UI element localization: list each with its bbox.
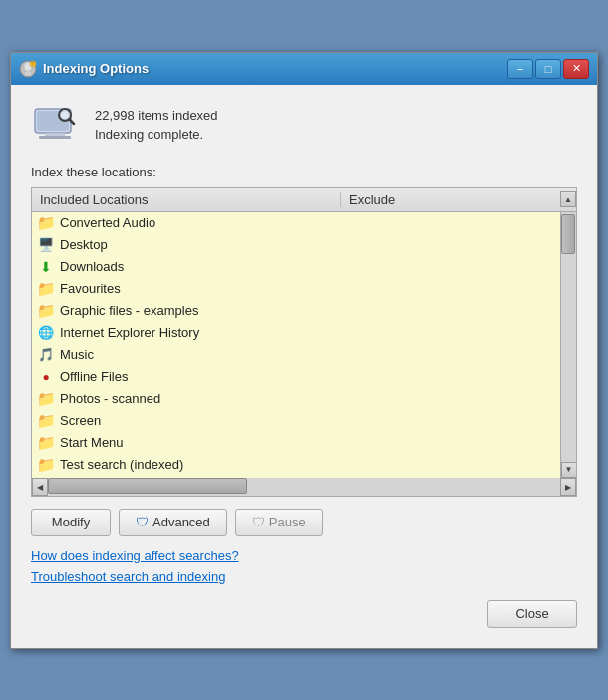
horizontal-scrollbar[interactable]: ◀ ▶: [32, 478, 576, 496]
window-icon: ?: [19, 60, 37, 78]
item-icon: 📁: [36, 389, 56, 409]
item-icon: 🎵: [36, 345, 56, 365]
list-item[interactable]: ● Offline Files: [32, 366, 560, 388]
item-name: Start Menu: [60, 435, 337, 450]
item-icon: 📁: [36, 279, 56, 299]
item-icon: ●: [36, 367, 56, 387]
minimize-button[interactable]: −: [507, 59, 533, 79]
items-count: 22,998 items indexed: [95, 108, 218, 123]
action-buttons: Modify 🛡 Advanced 🛡 Pause: [31, 509, 577, 536]
close-window-button[interactable]: ✕: [563, 59, 589, 79]
item-name: Downloads: [60, 259, 337, 274]
item-name: Internet Explorer History: [60, 325, 337, 340]
item-name: Screen: [60, 413, 337, 428]
list-item[interactable]: 📁 Start Menu: [32, 432, 560, 454]
list-header: Included Locations Exclude ▲: [32, 188, 576, 212]
list-scroll-area: 📁 Converted Audio 🖥️ Desktop ⬇ Downloads…: [32, 212, 576, 478]
item-icon: 📁: [36, 433, 56, 453]
advanced-button[interactable]: 🛡 Advanced: [119, 509, 227, 536]
advanced-shield-icon: 🛡: [136, 515, 149, 529]
how-does-indexing-link[interactable]: How does indexing affect searches?: [31, 548, 577, 563]
col-included-locations: Included Locations: [32, 192, 341, 207]
bottom-row: Close: [31, 600, 577, 632]
status-icon: [31, 101, 79, 149]
close-button[interactable]: Close: [487, 600, 577, 628]
pause-shield-icon: 🛡: [252, 515, 265, 529]
status-area: 22,998 items indexed Indexing complete.: [31, 101, 577, 149]
svg-rect-7: [45, 133, 65, 136]
item-name: Offline Files: [60, 369, 337, 384]
list-item[interactable]: 🎵 Music: [32, 344, 560, 366]
list-item[interactable]: 📁 Favourites: [32, 278, 560, 300]
item-name: Converted Audio: [60, 215, 337, 230]
title-bar: ? Indexing Options − □ ✕: [11, 53, 597, 85]
scrollbar-track[interactable]: [561, 212, 577, 462]
section-label: Index these locations:: [31, 165, 577, 179]
item-icon: 📁: [36, 411, 56, 431]
h-scroll-track[interactable]: [48, 478, 560, 496]
list-item[interactable]: 📁 Test search (indexed): [32, 454, 560, 476]
scrollbar-thumb[interactable]: [561, 214, 575, 254]
status-text: 22,998 items indexed Indexing complete.: [95, 108, 218, 142]
window-title: Indexing Options: [43, 61, 501, 76]
item-icon: 📁: [36, 213, 56, 233]
item-icon: 📁: [36, 455, 56, 475]
window-controls: − □ ✕: [507, 59, 589, 79]
list-item[interactable]: 📁 Graphic files - examples: [32, 300, 560, 322]
scroll-up-arrow[interactable]: ▲: [560, 191, 576, 207]
col-exclude: Exclude: [341, 192, 560, 207]
item-name: Graphic files - examples: [60, 303, 337, 318]
list-item[interactable]: 📁 Screen: [32, 410, 560, 432]
links-area: How does indexing affect searches? Troub…: [31, 548, 577, 584]
item-name: Favourites: [60, 281, 337, 296]
restore-button[interactable]: □: [535, 59, 561, 79]
svg-rect-8: [39, 136, 71, 139]
h-scroll-left-arrow[interactable]: ◀: [32, 478, 48, 496]
pause-button[interactable]: 🛡 Pause: [235, 509, 323, 536]
item-name: Desktop: [60, 237, 337, 252]
modify-button[interactable]: Modify: [31, 509, 111, 536]
item-icon: 🌐: [36, 323, 56, 343]
scroll-down-arrow[interactable]: ▼: [561, 462, 577, 478]
list-item[interactable]: 📁 Converted Audio: [32, 212, 560, 234]
svg-point-11: [61, 111, 69, 119]
index-complete: Indexing complete.: [95, 127, 218, 142]
item-name: Test search (indexed): [60, 457, 337, 472]
svg-rect-2: [24, 71, 32, 76]
h-scroll-right-arrow[interactable]: ▶: [560, 478, 576, 496]
vertical-scrollbar[interactable]: ▼: [560, 212, 576, 478]
item-name: Photos - scanned: [60, 391, 337, 406]
item-name: Music: [60, 347, 337, 362]
locations-list[interactable]: 📁 Converted Audio 🖥️ Desktop ⬇ Downloads…: [32, 212, 560, 478]
list-item[interactable]: 📁 Photos - scanned: [32, 388, 560, 410]
item-icon: ⬇: [36, 257, 56, 277]
locations-list-container: Included Locations Exclude ▲ 📁 Converted…: [31, 187, 577, 497]
indexing-options-dialog: ? Indexing Options − □ ✕: [10, 52, 598, 649]
h-scroll-thumb[interactable]: [48, 478, 247, 494]
troubleshoot-link[interactable]: Troubleshoot search and indexing: [31, 569, 577, 584]
list-item[interactable]: ⬇ Downloads: [32, 256, 560, 278]
list-item[interactable]: 🌐 Internet Explorer History: [32, 322, 560, 344]
item-icon: 📁: [36, 301, 56, 321]
dialog-content: 22,998 items indexed Indexing complete. …: [11, 85, 597, 648]
item-icon: 🖥️: [36, 235, 56, 255]
list-item[interactable]: 🖥️ Desktop: [32, 234, 560, 256]
svg-text:?: ?: [32, 61, 35, 67]
